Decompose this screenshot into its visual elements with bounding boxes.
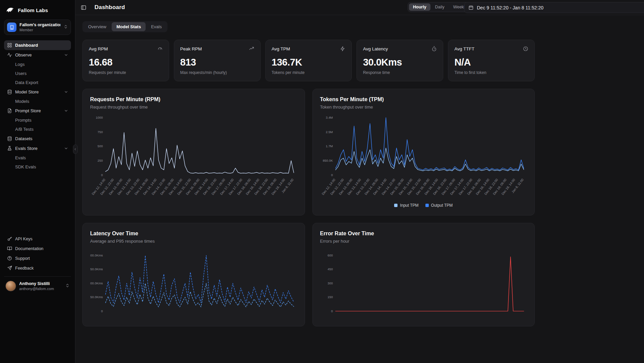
brand-name: Fallom Labs (18, 7, 48, 13)
tab-model-stats[interactable]: Model Stats (112, 22, 146, 31)
chart-title: Tokens Per Minute (TPM) (320, 96, 527, 103)
svg-text:0: 0 (331, 173, 333, 177)
svg-text:450.0Kms: 450.0Kms (90, 267, 103, 271)
sidebar-item-models[interactable]: Models (4, 97, 71, 106)
sidebar-item-model-store[interactable]: Model Store (4, 87, 71, 97)
sidebar-item-evals-store[interactable]: Evals Store (4, 144, 71, 153)
svg-text:500: 500 (98, 144, 103, 148)
granularity-daily-button[interactable]: Daily (431, 3, 449, 11)
sidebar-item-a-b-tests[interactable]: A/B Tests (4, 125, 71, 134)
sidebar-item-dashboard[interactable]: Dashboard (4, 40, 71, 50)
user-email: anthony@fallom.com (19, 287, 62, 291)
stat-caption: Requests per minute (89, 70, 163, 75)
sidebar-item-api-keys[interactable]: API Keys (4, 234, 71, 244)
legend-swatch-icon (394, 204, 397, 207)
svg-text:300.0Kms: 300.0Kms (90, 281, 103, 285)
stat-value: 813 (180, 57, 254, 68)
database-icon (7, 136, 12, 141)
chart-subtitle: Errors per hour (320, 239, 527, 244)
key-icon (7, 236, 12, 241)
chart-subtitle: Average and P95 response times (90, 239, 297, 244)
org-role: Member (20, 28, 61, 32)
rpm-line-chart: 02505007501000Dec 12, 14:00Dec 12, 22:00… (90, 114, 297, 202)
svg-text:850.0K: 850.0K (323, 159, 333, 162)
org-name: Fallom's organization (20, 23, 61, 27)
date-range-picker-button[interactable]: Dec 9 11:52:20 - Jan 8 11:52:20 (464, 2, 644, 13)
svg-text:600.0Kms: 600.0Kms (90, 253, 103, 257)
sidebar-item-observe[interactable]: Observe (4, 50, 71, 60)
legend-item: Output TPM (425, 203, 453, 208)
granularity-hourly-button[interactable]: Hourly (409, 3, 430, 11)
sidebar-item-label: Datasets (15, 136, 32, 141)
sidebar-item-label: Prompt Store (15, 108, 41, 113)
page-title: Dashboard (94, 4, 125, 11)
user-menu[interactable]: Anthony Sistilli anthony@fallom.com (4, 276, 71, 293)
chevron-down-icon (64, 53, 68, 57)
zap-icon (340, 46, 345, 51)
dashboard-content: Overview Model Stats Evals Avg RPM 16.68… (75, 15, 535, 326)
stat-card-avg-latency: Avg Latency 30.0Kms Response time (356, 40, 443, 81)
org-switcher[interactable]: Fallom's organization Member (4, 19, 71, 35)
org-building-icon (7, 23, 16, 32)
stat-value: 16.68 (89, 57, 163, 68)
svg-text:0: 0 (331, 309, 333, 313)
sidebar-item-support[interactable]: Support (4, 253, 71, 263)
sidebar-footer-nav: API KeysDocumentationSupportFeedback (4, 234, 71, 273)
fallom-dragon-logo-icon (5, 5, 15, 15)
stat-label: Avg RPM (89, 46, 108, 51)
tab-overview[interactable]: Overview (83, 22, 111, 31)
chart-title: Latency Over Time (90, 231, 297, 237)
stat-label: Avg Latency (363, 46, 388, 51)
stat-label: Avg TTFT (454, 46, 475, 51)
sidebar-nav: DashboardObserveLogsUsersData ExportMode… (4, 40, 71, 171)
stat-label: Peak RPM (180, 46, 202, 51)
dashboard-tabs: Overview Model Stats Evals (82, 21, 167, 32)
file-icon (7, 108, 12, 113)
svg-text:750: 750 (98, 130, 103, 134)
activity-icon (7, 52, 12, 57)
brand-logo-row: Fallom Labs (4, 4, 71, 19)
sidebar-item-evals[interactable]: Evals (4, 153, 71, 162)
calendar-icon (468, 5, 473, 10)
legend-item: Input TPM (394, 203, 418, 208)
tab-evals[interactable]: Evals (146, 22, 166, 31)
chevrons-up-down-icon (65, 283, 70, 289)
svg-text:300: 300 (327, 281, 333, 285)
rpm-chart-card: Requests Per Minute (RPM) Request throug… (82, 89, 305, 215)
date-range-text: Dec 9 11:52:20 - Jan 8 11:52:20 (477, 5, 543, 10)
gauge-icon (157, 46, 163, 51)
org-meta: Fallom's organization Member (20, 23, 61, 32)
help-icon (7, 256, 12, 261)
svg-text:2.5M: 2.5M (326, 130, 333, 134)
svg-text:450: 450 (327, 267, 333, 271)
legend-swatch-icon (425, 204, 429, 207)
svg-text:600: 600 (327, 253, 333, 257)
user-meta: Anthony Sistilli anthony@fallom.com (19, 281, 62, 291)
sidebar-item-data-export[interactable]: Data Export (4, 78, 71, 87)
stat-value: N/A (454, 57, 528, 68)
stat-caption: Max requests/min (hourly) (180, 70, 254, 75)
sidebar-item-label: Model Store (15, 89, 39, 94)
timer-icon (431, 46, 437, 51)
chevron-down-icon (64, 109, 68, 113)
sidebar-item-documentation[interactable]: Documentation (4, 244, 71, 253)
sidebar-item-feedback[interactable]: Feedback (4, 263, 71, 273)
sidebar-item-label: Support (15, 256, 30, 261)
chevrons-up-down-icon (64, 24, 68, 30)
avatar (5, 281, 16, 291)
sidebar-item-datasets[interactable]: Datasets (4, 134, 71, 144)
sidebar-item-users[interactable]: Users (4, 69, 71, 78)
sidebar-collapse-handle[interactable] (73, 145, 78, 154)
sidebar-item-logs[interactable]: Logs (4, 60, 71, 69)
main-area: Dashboard Hourly Daily Weekly Dec 9 11:5… (75, 0, 644, 363)
user-name: Anthony Sistilli (19, 281, 62, 286)
chart-subtitle: Request throughput over time (90, 105, 297, 110)
sidebar-toggle-button[interactable] (81, 5, 86, 10)
sidebar-item-prompts[interactable]: Prompts (4, 116, 71, 125)
svg-text:150.0Kms: 150.0Kms (90, 295, 103, 299)
chevron-down-icon (64, 90, 68, 94)
sidebar-item-sdk-evals[interactable]: SDK Evals (4, 162, 71, 171)
stat-value: 30.0Kms (363, 57, 437, 68)
grid-icon (7, 43, 12, 48)
sidebar-item-prompt-store[interactable]: Prompt Store (4, 106, 71, 116)
